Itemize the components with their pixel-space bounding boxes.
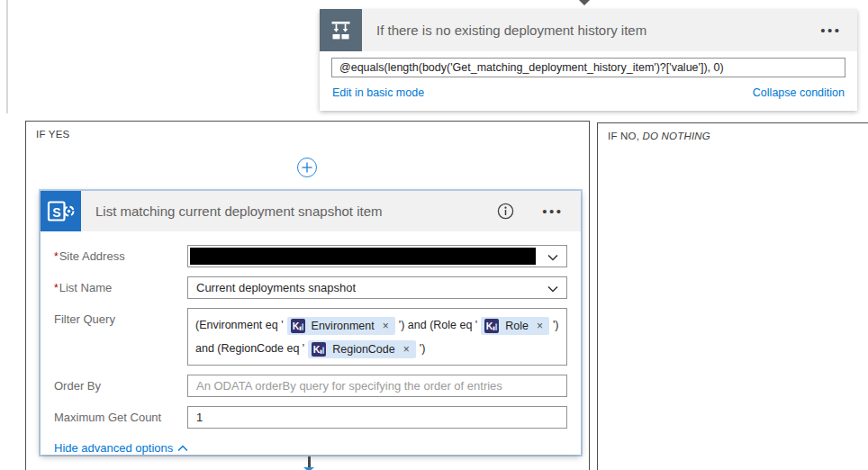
action-card-header[interactable]: S List matching current deployment snaps… — [41, 191, 581, 231]
plus-icon — [301, 161, 313, 174]
condition-expression-input[interactable]: @equals(length(body('Get_matching_deploy… — [331, 58, 845, 77]
filter-query-label: Filter Query — [54, 308, 187, 326]
site-address-dropdown[interactable] — [187, 245, 567, 267]
chevron-down-icon — [547, 285, 558, 293]
order-by-row: Order By An ODATA orderBy query for spec… — [54, 375, 567, 397]
if-yes-label: IF YES — [26, 122, 589, 147]
kusto-connector-icon: K — [291, 319, 305, 333]
insert-action-button[interactable] — [297, 158, 317, 177]
token-remove-icon[interactable]: × — [383, 320, 389, 332]
order-by-placeholder: An ODATA orderBy query for specifying th… — [188, 375, 566, 396]
if-no-label-prefix: IF NO, — [608, 131, 642, 141]
required-marker: * — [54, 282, 59, 294]
svg-text:S: S — [52, 205, 60, 220]
list-name-row: *List Name Current deployments snapshot — [54, 276, 567, 299]
svg-text:K: K — [486, 321, 493, 331]
sharepoint-connector-icon: S — [41, 191, 81, 231]
condition-card: If there is no existing deployment histo… — [320, 9, 857, 111]
maximum-get-count-row: Maximum Get Count 1 — [54, 406, 567, 429]
list-name-label: *List Name — [54, 276, 187, 294]
dynamic-content-token[interactable]: KEnvironment× — [287, 317, 395, 335]
maximum-get-count-label: Maximum Get Count — [54, 406, 187, 424]
hide-advanced-options-link[interactable]: Hide advanced options — [54, 441, 188, 455]
flow-designer-canvas: If there is no existing deployment histo… — [0, 0, 868, 470]
token-remove-icon[interactable]: × — [537, 320, 543, 332]
info-icon[interactable] — [485, 203, 525, 220]
chevron-down-icon — [547, 254, 558, 261]
if-no-label: IF NO, DO NOTHING — [598, 123, 868, 149]
if-no-label-do-nothing: DO NOTHING — [642, 131, 710, 141]
dynamic-content-token[interactable]: KRegionCode× — [308, 340, 416, 358]
kusto-connector-icon: K — [312, 342, 326, 357]
collapse-condition-link[interactable]: Collapse condition — [753, 86, 845, 99]
chevron-up-icon — [177, 445, 188, 452]
maximum-get-count-value: 1 — [188, 407, 566, 428]
svg-text:K: K — [292, 321, 299, 331]
required-marker: * — [54, 250, 59, 263]
condition-body: @equals(length(body('Get_matching_deploy… — [320, 51, 857, 111]
condition-title: If there is no existing deployment histo… — [362, 23, 805, 38]
token-label: RegionCode — [332, 343, 395, 356]
svg-text:K: K — [313, 344, 321, 355]
connector-arrow-down-icon — [578, 0, 591, 5]
if-no-branch: IF NO, DO NOTHING — [597, 122, 868, 470]
order-by-label: Order By — [54, 375, 187, 393]
token-remove-icon[interactable]: × — [403, 343, 410, 356]
sharepoint-action-card: S List matching current deployment snaps… — [41, 191, 581, 455]
redacted-value — [190, 248, 536, 265]
site-address-row: *Site Address — [54, 245, 567, 267]
site-address-label: *Site Address — [54, 245, 187, 263]
filter-query-input[interactable]: (Environment eq 'KEnvironment×') and (Ro… — [187, 308, 567, 366]
dynamic-content-token[interactable]: KRole× — [481, 317, 549, 335]
outer-branch-edge — [6, 0, 8, 113]
filter-query-row: Filter Query (Environment eq 'KEnvironme… — [54, 308, 567, 366]
condition-card-header[interactable]: If there is no existing deployment histo… — [320, 9, 857, 51]
action-parameters: *Site Address *List Name Current deploym… — [41, 231, 581, 456]
order-by-input[interactable]: An ODATA orderBy query for specifying th… — [187, 375, 567, 397]
action-title: List matching current deployment snapsho… — [81, 203, 485, 219]
kusto-connector-icon: K — [484, 319, 499, 333]
token-label: Role — [505, 320, 529, 332]
list-name-value: Current deployments snapshot — [188, 277, 566, 298]
condition-menu-button[interactable]: ••• — [805, 23, 857, 38]
edit-basic-mode-link[interactable]: Edit in basic mode — [332, 86, 424, 99]
token-label: Environment — [312, 320, 375, 332]
action-menu-button[interactable]: ••• — [525, 203, 581, 219]
condition-branch-icon — [320, 9, 362, 51]
list-name-dropdown[interactable]: Current deployments snapshot — [187, 276, 567, 299]
maximum-get-count-input[interactable]: 1 — [187, 406, 567, 429]
